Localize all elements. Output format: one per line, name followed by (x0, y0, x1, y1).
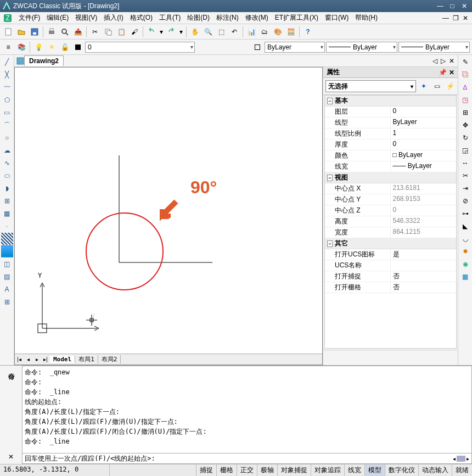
prop-value[interactable]: 1 (391, 128, 457, 139)
prop-row[interactable]: 中心点 Z0 (325, 205, 456, 216)
layout-tab-1[interactable]: 布局1 (75, 355, 98, 363)
menu-draw[interactable]: 绘图(D) (184, 12, 213, 24)
print-icon[interactable] (46, 26, 58, 38)
prop-value[interactable]: 否 (391, 282, 457, 293)
prop-row[interactable]: 高度546.3322 (325, 216, 456, 227)
scale-icon[interactable]: ◲ (459, 144, 471, 156)
properties-close-icon[interactable]: ✕ (449, 69, 454, 76)
ellipse-icon[interactable]: ⬭ (1, 170, 13, 182)
menu-insert[interactable]: 插入(I) (100, 12, 126, 24)
status-toggle-栅格[interactable]: 栅格 (216, 464, 237, 476)
mdi-close[interactable]: ✕ (461, 14, 470, 22)
status-toggle-数字化仪[interactable]: 数字化仪 (385, 464, 418, 476)
menu-modify[interactable]: 修改(M) (242, 12, 272, 24)
extend-icon[interactable]: ⇥ (459, 182, 471, 194)
menu-view[interactable]: 视图(V) (72, 12, 100, 24)
publish-icon[interactable]: 📤 (72, 26, 84, 38)
prop-row[interactable]: 宽度864.1215 (325, 227, 456, 238)
undo-dropdown-icon[interactable]: ▾ (159, 26, 164, 38)
prop-section-view[interactable]: −视图 (325, 172, 456, 183)
command-close-icon[interactable]: ✕ (8, 453, 14, 461)
command-log[interactable]: 命令: _qnew 命令: 命令: _line 线的起始点: 角度(A)/长度(… (22, 366, 472, 453)
cut-icon[interactable]: ✂ (89, 26, 101, 38)
mdi-minimize[interactable]: — (441, 14, 450, 22)
erase-icon[interactable]: ✎ (459, 56, 471, 68)
save-icon[interactable] (29, 26, 41, 38)
copy-obj-icon[interactable]: ⿻ (459, 69, 471, 81)
layout-nav-next[interactable]: ▸ (32, 356, 41, 362)
mirror-icon[interactable]: ∆ (459, 81, 471, 93)
status-toggle-极轴[interactable]: 极轴 (257, 464, 277, 476)
help-icon[interactable]: ? (302, 26, 314, 38)
mdi-restore[interactable]: ❐ (451, 14, 460, 22)
properties-grid[interactable]: −基本图层0线型ByLayer线型比例1厚度0颜色□ ByLayer线宽—— B… (324, 95, 457, 349)
lineweight-combo[interactable]: ByLayer (326, 42, 397, 53)
layout-tab-model[interactable]: Model (50, 356, 75, 363)
open-icon[interactable] (15, 26, 27, 38)
app-menu-icon[interactable]: Z (3, 14, 12, 23)
prop-value[interactable]: —— ByLayer (391, 161, 457, 172)
document-tab[interactable]: Drawing2 (24, 55, 64, 66)
layer-combo[interactable]: 0 (85, 42, 195, 53)
offset-icon[interactable]: ◳ (459, 94, 471, 106)
break-icon[interactable]: ⊘ (459, 195, 471, 207)
layer-color-icon[interactable] (72, 41, 84, 53)
table-icon[interactable]: ▤ (1, 271, 13, 283)
maximize-button[interactable]: □ (447, 2, 458, 10)
prop-row[interactable]: 打开栅格否 (325, 282, 456, 293)
layout-nav-prev[interactable]: ◂ (24, 356, 32, 362)
prop-value[interactable]: ByLayer (391, 117, 457, 128)
status-toggle-就绪[interactable]: 就绪 (452, 464, 472, 476)
prop-row[interactable]: 中心点 X213.6181 (325, 183, 456, 194)
design-center-icon[interactable]: 🗂 (259, 26, 271, 38)
cmd-scroll-right[interactable]: ▸ (467, 456, 469, 462)
sheet-icon[interactable]: ◉ (459, 258, 471, 270)
doc-nav-prev[interactable]: ◁ (431, 57, 439, 65)
calc-icon[interactable]: 🧮 (285, 26, 297, 38)
status-toggle-模型[interactable]: 模型 (364, 464, 385, 476)
layer-on-icon[interactable]: 💡 (32, 41, 44, 53)
prop-value[interactable]: □ ByLayer (391, 150, 457, 161)
prop-row[interactable]: 中心点 Y268.9153 (325, 194, 456, 205)
table2-icon[interactable]: ⊞ (1, 296, 13, 308)
fillet-icon[interactable]: ◡ (459, 233, 471, 245)
minimize-button[interactable]: — (435, 2, 446, 10)
quick-select-icon[interactable]: ⚡ (445, 81, 456, 92)
prop-section-other[interactable]: −其它 (325, 238, 456, 249)
spline-icon[interactable]: ∿ (1, 157, 13, 169)
make-block-icon[interactable]: ▦ (1, 208, 13, 220)
zoom-window-icon[interactable]: ⬚ (215, 26, 227, 38)
chamfer-icon[interactable]: ◣ (459, 220, 471, 232)
arc-icon[interactable]: ⌒ (1, 119, 13, 131)
prop-row[interactable]: UCS名称 (325, 260, 456, 271)
status-toggle-正交[interactable]: 正交 (237, 464, 257, 476)
preview-icon[interactable] (59, 26, 71, 38)
prop-section-basic[interactable]: −基本 (325, 96, 456, 107)
cmd-scroll-left[interactable]: ◂ (453, 456, 456, 462)
menu-et[interactable]: ET扩展工具(X) (272, 12, 322, 24)
redo-dropdown-icon[interactable]: ▾ (178, 26, 184, 38)
circle-icon[interactable]: ○ (1, 132, 13, 144)
status-toggle-对象追踪[interactable]: 对象追踪 (311, 464, 344, 476)
status-toggle-对象捕捉[interactable]: 对象捕捉 (277, 464, 311, 476)
linetype-combo[interactable]: ByLayer (265, 42, 325, 53)
menu-window[interactable]: 窗口(W) (322, 12, 352, 24)
select-objects-icon[interactable]: ▭ (431, 81, 442, 92)
prop-value[interactable] (391, 260, 457, 271)
array-icon[interactable]: ⊞ (459, 107, 471, 119)
close-button[interactable]: ✕ (459, 2, 470, 10)
paste-icon[interactable]: 📋 (115, 26, 127, 38)
copy-icon[interactable] (102, 26, 114, 38)
layer-manager-icon[interactable]: 📚 (15, 41, 27, 53)
pan-icon[interactable]: ✋ (189, 26, 201, 38)
properties-icon[interactable]: 📊 (245, 26, 257, 38)
prop-row[interactable]: 颜色□ ByLayer (325, 150, 456, 161)
point-icon[interactable]: · (1, 220, 13, 232)
status-toggle-线宽[interactable]: 线宽 (344, 464, 364, 476)
polyline-icon[interactable]: 〰 (1, 81, 13, 93)
layer-freeze-icon[interactable]: ☀ (46, 41, 58, 53)
explode-icon[interactable]: ✸ (459, 245, 471, 257)
join-icon[interactable]: ⊶ (459, 208, 471, 220)
rotate-icon[interactable]: ↻ (459, 132, 471, 144)
revcloud-icon[interactable]: ☁ (1, 144, 13, 156)
